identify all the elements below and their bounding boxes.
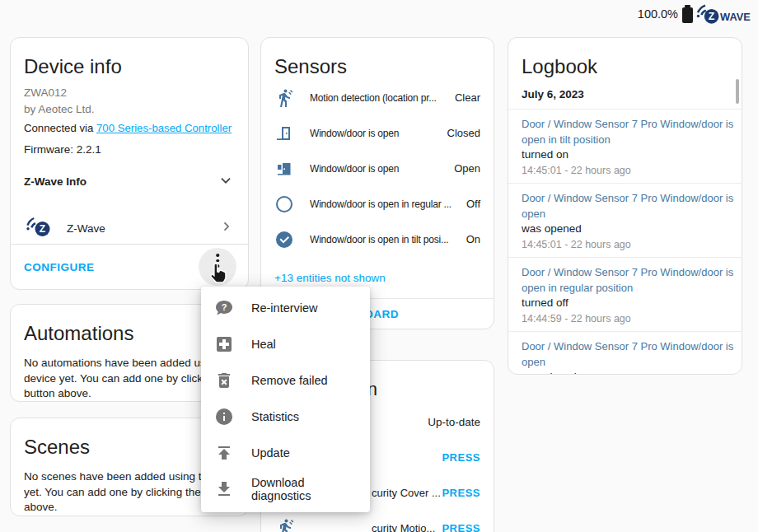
- logbook-entry[interactable]: Door / Window Sensor 7 Pro Window/door i…: [508, 331, 742, 375]
- sensor-label: Window/door is open: [310, 163, 449, 175]
- logbook-entries: Door / Window Sensor 7 Pro Window/door i…: [508, 109, 742, 375]
- logbook-action: was closed: [522, 370, 728, 375]
- menu-item-remove-failed[interactable]: Remove failed: [201, 362, 370, 399]
- logbook-entity-name-line: Door / Window Sensor 7 Pro Window/door i…: [522, 190, 728, 206]
- menu-item-heal[interactable]: Heal: [201, 326, 370, 362]
- logbook-timestamp: 14:45:01 - 22 hours ago: [522, 164, 728, 177]
- logbook-timestamp: 14:44:59 - 22 hours ago: [522, 312, 728, 325]
- sensor-label: Window/door is open: [310, 128, 442, 139]
- logbook-entity-name[interactable]: Door / Window Sensor 7 Pro Window/door i…: [522, 264, 728, 296]
- logbook-entity-name[interactable]: Door / Window Sensor 7 Pro Window/door i…: [522, 190, 728, 222]
- menu-item-label: Statistics: [251, 410, 299, 423]
- device-model-block: ZWA012 by Aeotec Ltd.: [24, 85, 235, 118]
- config-row-label: curity Cover ...: [372, 487, 441, 499]
- logbook-entity-name[interactable]: Door / Window Sensor 7 Pro Window/door i…: [522, 338, 728, 370]
- menu-item-label: Update: [251, 446, 290, 460]
- sensor-label: Motion detection (location pr...: [310, 92, 450, 104]
- sensor-label: Window/door is open in regular ...: [310, 198, 461, 210]
- battery-percentage: 100.0%: [638, 7, 678, 21]
- logbook-entity-name-line: open in tilt position: [522, 132, 728, 147]
- sensor-row[interactable]: Window/door is open in tilt posi...On: [261, 222, 494, 257]
- logbook-entity-name-line: open: [522, 354, 728, 370]
- sensor-state: Open: [454, 162, 480, 175]
- menu-item-label: Heal: [251, 338, 276, 351]
- menu-item-label: Re-interview: [251, 301, 318, 315]
- sensor-row[interactable]: Window/door is openClosed: [261, 115, 494, 151]
- door-closed-icon: [274, 124, 294, 143]
- firmware-version: Firmware: 2.2.1: [24, 142, 235, 158]
- top-bar: 100.0% Z WAVE: [0, 0, 758, 30]
- device-card-footer: CONFIGURE: [11, 244, 248, 289]
- chat-question-icon: ?: [214, 298, 234, 318]
- menu-item-re-interview[interactable]: ?Re-interview: [201, 290, 370, 326]
- logbook-entity-name[interactable]: Door / Window Sensor 7 Pro Window/door i…: [522, 116, 728, 147]
- sensor-row[interactable]: Window/door is openOpen: [261, 151, 494, 186]
- logbook-action: was opened: [522, 222, 728, 236]
- press-button[interactable]: PRESS: [442, 487, 480, 499]
- sensor-label: Window/door is open in tilt posi...: [310, 234, 461, 245]
- logbook-timestamp: 14:45:01 - 22 hours ago: [522, 238, 728, 251]
- zwave-info-label: Z-Wave Info: [24, 175, 87, 188]
- device-info-card: Device info ZWA012 by Aeotec Ltd. Connec…: [10, 37, 249, 290]
- door-open-icon: [274, 159, 294, 179]
- check-circle-icon: [274, 230, 294, 250]
- sensor-row[interactable]: Motion detection (location pr...Clear: [261, 80, 494, 115]
- menu-item-label: Remove failed: [251, 374, 328, 387]
- connected-via-line: Connected via 700 Series-based Controlle…: [24, 120, 235, 137]
- config-row[interactable]: curity Motio...PRESS: [261, 511, 494, 532]
- hospital-box-icon: [214, 334, 234, 354]
- logbook-entry[interactable]: Door / Window Sensor 7 Pro Window/door i…: [508, 183, 742, 257]
- motion-sensor-icon: [274, 88, 294, 108]
- sensor-row[interactable]: Window/door is open in regular ...Off: [261, 186, 494, 222]
- logbook-card: Logbook July 6, 2023 Door / Window Senso…: [508, 37, 742, 375]
- svg-text:Z: Z: [40, 223, 45, 235]
- svg-text:?: ?: [222, 302, 227, 312]
- press-button[interactable]: PRESS: [442, 451, 480, 464]
- zwave-info-expander[interactable]: Z-Wave Info: [24, 171, 235, 191]
- zwave-row-label: Z-Wave: [67, 222, 105, 235]
- device-manufacturer: by Aeotec Ltd.: [24, 101, 235, 118]
- device-model: ZWA012: [24, 85, 235, 101]
- logbook-entity-name-line: Door / Window Sensor 7 Pro Window/door i…: [522, 116, 728, 132]
- logbook-action: turned off: [522, 296, 728, 310]
- menu-items: ?Re-interviewHealRemove failedStatistics…: [201, 290, 370, 507]
- entities-not-shown-link[interactable]: +13 entities not shown: [274, 272, 480, 284]
- logbook-entry[interactable]: Door / Window Sensor 7 Pro Window/door i…: [508, 257, 742, 331]
- menu-item-label: Download diagnostics: [251, 476, 357, 502]
- zwave-icon: Z: [24, 215, 54, 241]
- motion-sensor-icon: [275, 518, 295, 532]
- sensor-state: Off: [466, 198, 480, 210]
- zwave-integration-row[interactable]: Z Z-Wave: [24, 215, 235, 241]
- logbook-scrollbar[interactable]: [736, 79, 739, 104]
- sensor-rows: Motion detection (location pr...ClearWin…: [261, 80, 494, 257]
- logbook-entity-name-line: Door / Window Sensor 7 Pro Window/door i…: [522, 338, 728, 354]
- controller-link[interactable]: 700 Series-based Controller: [96, 122, 232, 134]
- chevron-right-icon: [218, 218, 235, 238]
- logbook-entry[interactable]: Door / Window Sensor 7 Pro Window/door i…: [508, 109, 742, 183]
- sensors-title: Sensors: [261, 38, 494, 78]
- device-info-title: Device info: [11, 38, 248, 78]
- information-icon: [214, 407, 234, 427]
- svg-text:Z: Z: [709, 11, 715, 22]
- device-actions-menu: ?Re-interviewHealRemove failedStatistics…: [201, 287, 370, 512]
- press-button[interactable]: PRESS: [442, 522, 480, 532]
- logbook-entity-name-line: open in regular position: [522, 280, 728, 296]
- connected-via-prefix: Connected via: [24, 122, 96, 134]
- download-icon: [214, 479, 234, 499]
- config-row-state: Up-to-date: [428, 416, 480, 428]
- config-row-label: curity Motio...: [372, 522, 435, 532]
- sensor-state: Closed: [447, 127, 480, 139]
- logbook-date-header: July 6, 2023: [522, 88, 728, 100]
- logbook-entity-name-line: Door / Window Sensor 7 Pro Window/door i…: [522, 264, 728, 280]
- device-menu-button[interactable]: [199, 248, 236, 286]
- configure-button[interactable]: CONFIGURE: [24, 261, 95, 273]
- svg-text:WAVE: WAVE: [720, 11, 751, 23]
- logbook-title: Logbook: [508, 38, 742, 78]
- menu-item-update[interactable]: Update: [201, 435, 370, 471]
- menu-item-download-diagnostics[interactable]: Download diagnostics: [201, 471, 370, 507]
- hand-cursor-icon: [205, 260, 230, 288]
- menu-item-statistics[interactable]: Statistics: [201, 399, 370, 435]
- logbook-entity-name-line: open: [522, 206, 728, 222]
- sensor-state: Clear: [455, 91, 480, 104]
- sensors-card: Sensors Motion detection (location pr...…: [260, 37, 494, 329]
